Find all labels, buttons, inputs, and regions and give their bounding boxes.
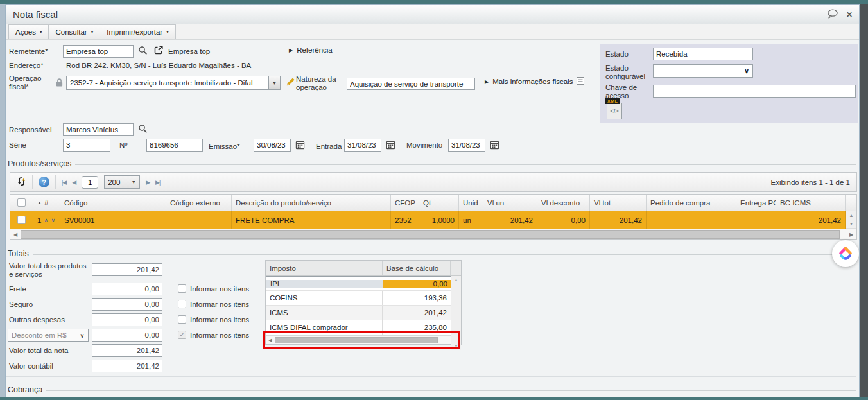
select-all-checkbox[interactable] [17,198,26,207]
mais-informacoes-fiscais-toggle[interactable]: ▶ Mais informações fiscais [485,77,584,86]
close-icon[interactable]: ✕ [846,10,853,19]
col-pedido-compra[interactable]: Pedido de compra [647,195,736,211]
clickup-widget-button[interactable] [832,240,859,267]
desconto-input[interactable] [92,329,162,342]
calendar-icon[interactable] [295,140,305,151]
scroll-down-icon[interactable]: ▼ [846,220,856,229]
search-icon[interactable] [138,124,148,135]
valor-total-produtos-input[interactable] [92,263,162,276]
produto-row[interactable]: 1∧ ∨ SV00001 FRETE COMPRA 2352 1,0000 un… [10,211,857,229]
col-vl-un[interactable]: Vl un [483,195,537,211]
responsavel-input[interactable] [63,123,134,136]
form-detail-icon[interactable] [577,77,584,86]
menu-consultar[interactable]: Consultar ▾ [48,24,100,39]
scroll-down-icon[interactable]: ▼ [455,344,458,348]
menu-imprimir-exportar[interactable]: Imprimir/exportar ▾ [100,24,175,39]
referencia-toggle[interactable]: ▶ Referência [289,46,333,54]
numero-label: Nº [119,141,128,150]
toolbar-separator [32,175,33,189]
seguro-informar-checkbox[interactable] [178,300,186,308]
impostos-vertical-scrollbar[interactable]: ▲ ▼ [451,276,461,350]
desconto-tipo-select[interactable]: Desconto em R$ ∨ [8,329,89,342]
row-move-icons[interactable]: ∧ ∨ [44,217,56,223]
scroll-right-icon[interactable]: ▶ [846,232,856,238]
frete-informar-checkbox[interactable] [178,284,186,293]
scroll-left-icon[interactable]: ◀ [266,338,275,343]
movimento-input[interactable] [448,139,485,152]
seguro-input[interactable] [92,298,162,311]
imposto-row-ipi[interactable]: IPI 0,00 [266,276,452,291]
col-codigo-externo[interactable]: Código externo [166,195,232,211]
grid-vertical-scrollbar[interactable]: ▲ ▼ [846,211,856,229]
edit-pencil-icon[interactable] [286,77,295,88]
scroll-up-icon[interactable]: ▲ [455,278,458,282]
codigo-cell: SV00001 [60,211,166,229]
col-base-calculo[interactable]: Base de cálculo [383,261,451,275]
impostos-horizontal-scrollbar[interactable]: ◀ ▶ [266,335,461,344]
entrada-input[interactable] [344,139,381,152]
serie-input[interactable] [63,139,110,152]
refresh-icon[interactable] [17,177,26,187]
col-num[interactable]: ▲# [33,195,60,211]
last-page-icon[interactable]: ▶| [155,179,160,186]
paging-info: Exibindo itens 1 - 1 de 1 [771,178,850,186]
page-size-select[interactable]: 200 ▼ [104,175,140,189]
row-select-cell[interactable] [10,211,33,229]
header-select-all[interactable] [10,195,33,211]
imposto-row-icms[interactable]: ICMS 201,42 [266,306,461,320]
col-unid[interactable]: Unid [459,195,483,211]
calendar-icon[interactable] [386,140,395,151]
frete-input[interactable] [92,283,162,295]
scroll-up-icon[interactable]: ▲ [846,211,856,220]
col-entrega-pc[interactable]: Entrega PC [736,195,776,211]
page-number-input[interactable] [82,176,98,189]
grid-horizontal-scrollbar[interactable]: ◀ ▶ [10,229,857,240]
search-icon[interactable] [138,46,148,57]
valor-contabil-input[interactable] [92,360,162,372]
remetente-input[interactable] [63,45,134,58]
scrollbar-thumb[interactable] [21,230,840,239]
col-codigo[interactable]: Código [60,195,166,211]
emissao-input[interactable] [254,139,291,152]
comment-bubble-icon[interactable] [827,9,838,20]
col-vl-desconto[interactable]: Vl desconto [537,195,590,211]
seguro-label: Seguro [9,300,33,309]
scrollbar-thumb[interactable] [275,337,438,343]
remetente-link[interactable]: Empresa top [168,48,210,55]
first-page-icon[interactable]: |◀ [62,179,66,186]
help-icon[interactable]: ? [39,177,49,187]
calendar-icon[interactable] [490,140,499,151]
remetente-label: Remetente* [9,48,48,56]
unid-cell: un [459,211,483,229]
responsavel-label: Responsável [9,126,51,134]
next-page-icon[interactable]: ▶ [146,179,150,186]
menu-acoes[interactable]: Ações ▾ [8,24,49,39]
chave-acesso-input[interactable] [653,85,856,98]
operacao-fiscal-select[interactable]: 2352-7 - Aquisição serviço transporte Im… [66,76,281,90]
imposto-row-cofins[interactable]: COFINS 193,36 [266,291,461,306]
outras-informar-checkbox[interactable] [178,315,186,324]
estado-configuravel-select[interactable]: ∨ [653,64,753,78]
open-record-icon[interactable] [153,45,164,57]
scroll-left-icon[interactable]: ◀ [10,232,21,238]
col-imposto[interactable]: Imposto [266,261,383,275]
seguro-informar-label: Informar nos itens [190,300,249,309]
col-qt[interactable]: Qt [419,195,459,211]
col-bc-icms[interactable]: BC ICMS [776,195,846,211]
valor-total-nota-input[interactable] [92,344,162,357]
col-cfop[interactable]: CFOP [391,195,419,211]
row-checkbox[interactable] [17,216,26,224]
movimento-label: Movimento [406,141,442,150]
xml-file-icon[interactable]: </> XML [607,103,622,119]
prev-page-icon[interactable]: ◀ [72,179,76,186]
desconto-informar-checkbox[interactable]: ✓ [178,331,186,339]
estado-input[interactable] [653,48,753,60]
numero-input[interactable] [146,139,203,152]
col-vl-tot[interactable]: Vl tot [590,195,647,211]
produtos-grid-header: ▲# Código Código externo Descrição do pr… [10,194,857,211]
outras-despesas-input[interactable] [92,313,162,326]
chevron-down-icon: ▾ [40,30,42,35]
imposto-row-icms-difal[interactable]: ICMS DIFAL comprador 235,80 [266,320,461,335]
natureza-operacao-input[interactable] [347,78,475,90]
col-descricao[interactable]: Descrição do produto/serviço [232,195,391,211]
